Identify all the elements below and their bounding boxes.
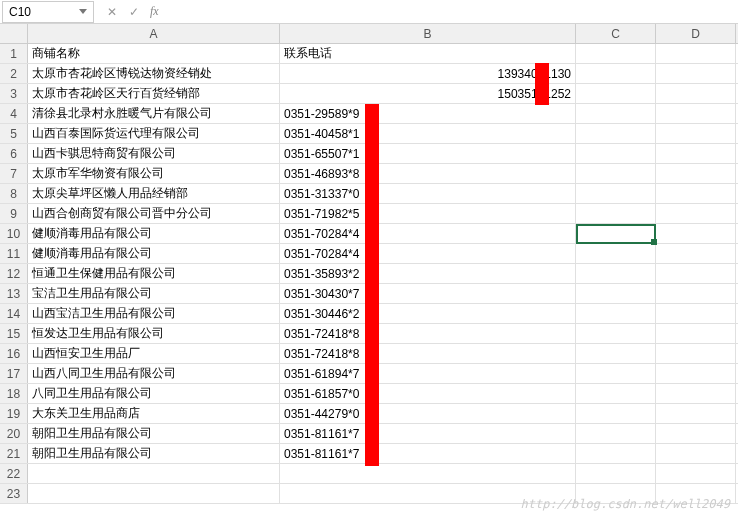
cell[interactable] xyxy=(576,124,656,143)
cell[interactable]: 0351-31337*0 xyxy=(280,184,576,203)
row-header[interactable]: 2 xyxy=(0,64,28,83)
cell[interactable] xyxy=(576,224,656,243)
cell[interactable] xyxy=(656,464,736,483)
cell[interactable]: 恒发达卫生用品有限公司 xyxy=(28,324,280,343)
cell[interactable]: 0351-35893*2 xyxy=(280,264,576,283)
row-header[interactable]: 3 xyxy=(0,84,28,103)
cell[interactable]: 0351-29589*9 xyxy=(280,104,576,123)
row-header[interactable]: 14 xyxy=(0,304,28,323)
cell[interactable] xyxy=(656,224,736,243)
cell[interactable] xyxy=(656,264,736,283)
cell[interactable]: 朝阳卫生用品有限公司 xyxy=(28,444,280,463)
cell[interactable]: 0351-65507*1 xyxy=(280,144,576,163)
cell[interactable]: 联系电话 xyxy=(280,44,576,63)
row-header[interactable]: 19 xyxy=(0,404,28,423)
cell[interactable]: 八同卫生用品有限公司 xyxy=(28,384,280,403)
cell[interactable] xyxy=(656,424,736,443)
cell[interactable] xyxy=(656,164,736,183)
row-header[interactable]: 10 xyxy=(0,224,28,243)
name-box-dropdown-icon[interactable] xyxy=(79,9,87,14)
cell[interactable] xyxy=(576,164,656,183)
cell[interactable]: 0351-81161*7 xyxy=(280,444,576,463)
cell[interactable]: 商铺名称 xyxy=(28,44,280,63)
cell[interactable]: 0351-40458*1 xyxy=(280,124,576,143)
cell[interactable]: 健顺消毒用品有限公司 xyxy=(28,224,280,243)
row-header[interactable]: 21 xyxy=(0,444,28,463)
cell[interactable]: 0351-61894*7 xyxy=(280,364,576,383)
col-header-A[interactable]: A xyxy=(28,24,280,43)
row-header[interactable]: 8 xyxy=(0,184,28,203)
cell[interactable] xyxy=(576,264,656,283)
cell[interactable] xyxy=(656,384,736,403)
cell[interactable] xyxy=(656,84,736,103)
row-header[interactable]: 7 xyxy=(0,164,28,183)
cell[interactable]: 宝洁卫生用品有限公司 xyxy=(28,284,280,303)
cell[interactable]: 太原市杏花岭区天行百货经销部 xyxy=(28,84,280,103)
cell[interactable]: 0351-70284*4 xyxy=(280,224,576,243)
cell[interactable] xyxy=(656,364,736,383)
cell[interactable]: 山西百泰国际货运代理有限公司 xyxy=(28,124,280,143)
cell[interactable] xyxy=(28,464,280,483)
select-all-corner[interactable] xyxy=(0,24,28,43)
cell[interactable] xyxy=(576,64,656,83)
row-header[interactable]: 9 xyxy=(0,204,28,223)
col-header-C[interactable]: C xyxy=(576,24,656,43)
cell[interactable] xyxy=(656,204,736,223)
cell[interactable]: 清徐县北录村永胜暖气片有限公司 xyxy=(28,104,280,123)
cell[interactable] xyxy=(656,244,736,263)
cell[interactable] xyxy=(576,144,656,163)
cell[interactable]: 0351-72418*8 xyxy=(280,344,576,363)
row-header[interactable]: 20 xyxy=(0,424,28,443)
cell[interactable] xyxy=(576,44,656,63)
cell[interactable]: 0351-71982*5 xyxy=(280,204,576,223)
cell[interactable] xyxy=(576,84,656,103)
cell[interactable]: 13934041130 xyxy=(280,64,576,83)
cell[interactable] xyxy=(280,464,576,483)
cell[interactable]: 0351-46893*8 xyxy=(280,164,576,183)
cell[interactable] xyxy=(656,144,736,163)
cell[interactable]: 太原市军华物资有限公司 xyxy=(28,164,280,183)
cell[interactable]: 健顺消毒用品有限公司 xyxy=(28,244,280,263)
cell[interactable] xyxy=(576,284,656,303)
cell[interactable]: 0351-61857*0 xyxy=(280,384,576,403)
cell[interactable] xyxy=(656,64,736,83)
cell[interactable] xyxy=(656,104,736,123)
cell[interactable] xyxy=(576,104,656,123)
cell[interactable]: 山西恒安卫生用品厂 xyxy=(28,344,280,363)
cell[interactable] xyxy=(656,324,736,343)
cell[interactable] xyxy=(656,44,736,63)
row-header[interactable]: 16 xyxy=(0,344,28,363)
cell[interactable]: 0351-81161*7 xyxy=(280,424,576,443)
cell[interactable]: 0351-30430*7 xyxy=(280,284,576,303)
cell[interactable] xyxy=(576,204,656,223)
row-header[interactable]: 1 xyxy=(0,44,28,63)
row-header[interactable]: 12 xyxy=(0,264,28,283)
cell[interactable]: 恒通卫生保健用品有限公司 xyxy=(28,264,280,283)
cell[interactable]: 太原尖草坪区懒人用品经销部 xyxy=(28,184,280,203)
cell[interactable] xyxy=(656,124,736,143)
cell[interactable]: 0351-30446*2 xyxy=(280,304,576,323)
cell[interactable] xyxy=(656,344,736,363)
cell[interactable]: 山西卡骐思特商贸有限公司 xyxy=(28,144,280,163)
cell[interactable]: 山西八同卫生用品有限公司 xyxy=(28,364,280,383)
row-header[interactable]: 11 xyxy=(0,244,28,263)
cell[interactable] xyxy=(656,404,736,423)
cell[interactable]: 15035171252 xyxy=(280,84,576,103)
cell[interactable]: 大东关卫生用品商店 xyxy=(28,404,280,423)
row-header[interactable]: 23 xyxy=(0,484,28,503)
cell[interactable] xyxy=(656,304,736,323)
cell[interactable] xyxy=(576,404,656,423)
cell[interactable] xyxy=(656,284,736,303)
col-header-B[interactable]: B xyxy=(280,24,576,43)
cell[interactable] xyxy=(656,444,736,463)
cell[interactable]: 0351-70284*4 xyxy=(280,244,576,263)
col-header-D[interactable]: D xyxy=(656,24,736,43)
confirm-button[interactable]: ✓ xyxy=(124,2,144,22)
cell[interactable] xyxy=(576,324,656,343)
formula-input[interactable] xyxy=(159,1,738,23)
cell[interactable] xyxy=(576,244,656,263)
cell[interactable]: 朝阳卫生用品有限公司 xyxy=(28,424,280,443)
cell[interactable] xyxy=(576,344,656,363)
row-header[interactable]: 15 xyxy=(0,324,28,343)
cancel-button[interactable]: ✕ xyxy=(102,2,122,22)
